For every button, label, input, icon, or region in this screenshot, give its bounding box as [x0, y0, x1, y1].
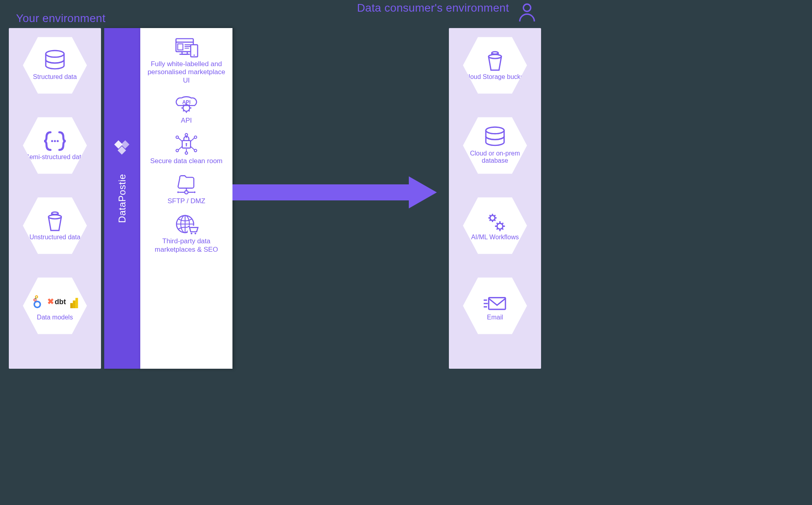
bucket-icon [43, 210, 67, 232]
output-sftp: SFTP / DMZ [140, 168, 232, 208]
sftp-icon [146, 172, 227, 196]
title-your-environment: Your environment [16, 12, 105, 25]
hex-label: Semi-structured data [25, 154, 85, 161]
gears-icon [483, 210, 507, 232]
hex-label: Unstructured data [29, 234, 80, 241]
database-icon [483, 127, 507, 148]
hex-label: Cloud Storage bucket [464, 73, 526, 81]
user-icon [517, 3, 537, 23]
hex-label: Email [487, 314, 503, 321]
panel-consumer-environment: Cloud Storage bucket Cloud or on-prem da… [449, 28, 541, 369]
bucket-icon [483, 50, 507, 72]
output-label: API [146, 117, 227, 125]
braces-icon [42, 130, 67, 152]
hex-unstructured-data: Unstructured data [19, 196, 91, 256]
hex-label: AI/ML Workflows [471, 234, 519, 241]
output-marketplace-ui: Fully white-labelled and personalised ma… [140, 31, 232, 88]
datapostie-logo-icon [114, 140, 130, 156]
panel-your-environment: Structured data Semi-structured data Uns… [9, 28, 101, 369]
column-datapostie: DataPostie [104, 28, 140, 369]
datapostie-label: DataPostie [117, 174, 128, 223]
output-marketplaces: Third-party data marketplaces & SEO [140, 208, 232, 257]
flow-arrow [232, 176, 441, 208]
hex-label: Structured data [33, 73, 77, 81]
hex-label: Cloud or on-prem database [464, 150, 526, 165]
hex-structured-data: Structured data [19, 35, 91, 95]
database-icon [43, 50, 67, 72]
output-clean-room: Secure data clean room [140, 128, 232, 168]
output-label: SFTP / DMZ [146, 197, 227, 205]
api-icon [146, 91, 227, 116]
devices-icon [146, 34, 227, 59]
hex-label: Data models [37, 314, 73, 321]
column-outputs: Fully white-labelled and personalised ma… [140, 28, 232, 369]
hex-data-models: ✖dbt Data models [19, 276, 91, 336]
output-label: Third-party data marketplaces & SEO [146, 237, 227, 254]
email-icon [482, 291, 508, 312]
hex-email: Email [459, 276, 531, 336]
hex-ai-ml: AI/ML Workflows [459, 196, 531, 256]
tools-icon: ✖dbt [31, 291, 79, 312]
output-label: Fully white-labelled and personalised ma… [146, 60, 227, 85]
output-api: API [140, 88, 232, 128]
title-consumer-environment-text: Data consumer's environment [357, 2, 509, 14]
output-label: Secure data clean room [146, 157, 227, 165]
title-consumer-environment: Data consumer's environment [357, 2, 509, 14]
globe-cart-icon [146, 212, 227, 236]
hex-semi-structured-data: Semi-structured data [19, 115, 91, 176]
hex-cloud-bucket: Cloud Storage bucket [459, 35, 531, 95]
hex-database: Cloud or on-prem database [459, 115, 531, 176]
dbt-logo: ✖dbt [47, 297, 66, 306]
cleanroom-icon [146, 131, 227, 156]
